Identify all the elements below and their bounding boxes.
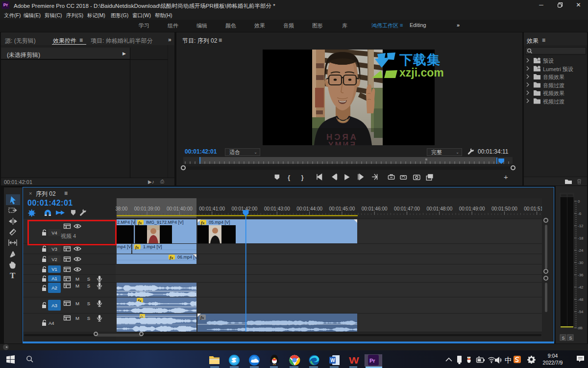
svg-text:1.mp4 [V]: 1.mp4 [V] [143,244,162,249]
svg-text:00:01:44:00: 00:01:44:00 [296,206,322,211]
svg-text:下载集: 下载集 [399,53,441,67]
svg-text:00:01:49:00: 00:01:49:00 [459,206,485,211]
svg-text:预设: 预设 [543,58,554,64]
svg-text:S: S [562,336,565,341]
svg-text:音频效果: 音频效果 [543,74,564,80]
svg-text:}: } [301,174,304,181]
svg-text:M: M [75,301,79,306]
svg-text:fx: fx [200,315,204,320]
svg-text:S: S [569,336,572,341]
svg-text:W: W [330,358,335,363]
svg-text:00:01:45:00: 00:01:45:00 [329,206,355,211]
svg-text:S: S [87,276,90,282]
svg-text:00:01:50:00: 00:01:50:00 [491,206,517,211]
svg-text:Pr: Pr [369,358,375,364]
svg-text:dB: dB [578,326,583,330]
svg-text:V1: V1 [51,266,57,272]
svg-text:{: { [288,174,290,181]
svg-text:视频效果: 视频效果 [543,90,564,96]
svg-text:fx: fx [138,220,142,225]
svg-text:T: T [10,271,16,280]
svg-text:Lumetri 预设: Lumetri 预设 [543,66,573,72]
svg-text:S: S [87,283,90,289]
svg-text:S: S [87,301,90,306]
svg-text:00:01:47:00: 00:01:47:00 [394,206,420,211]
svg-text:音频过渡: 音频过渡 [543,82,564,88]
svg-text:fx: fx [201,220,205,225]
svg-text:-30: -30 [578,261,584,265]
svg-text:00:01:40:00: 00:01:40:00 [167,206,193,211]
svg-text:V3: V3 [51,246,57,252]
svg-text:xzji.com: xzji.com [399,66,444,79]
svg-text:W: W [349,355,359,365]
svg-text:中: 中 [505,356,512,364]
svg-text:00:01:46:00: 00:01:46:00 [362,206,388,211]
svg-text:A3: A3 [51,303,57,308]
svg-text:S: S [87,315,90,321]
svg-text:-48: -48 [578,297,584,302]
svg-text:00:01:38:00: 00:01:38:00 [116,206,128,211]
svg-text:fx: fx [170,255,173,260]
svg-text:A4: A4 [49,320,54,326]
svg-text:00:01:48:00: 00:01:48:00 [426,206,452,211]
svg-text:M: M [75,276,79,282]
svg-text:M: M [75,283,79,289]
svg-text:V2: V2 [51,257,57,262]
svg-text:-42: -42 [578,285,584,289]
svg-text:-36: -36 [578,273,584,277]
svg-text:fx: fx [135,245,139,250]
svg-text:IMG_9172.MP4 [V]: IMG_9172.MP4 [V] [146,220,184,225]
svg-text:00:01:43:00: 00:01:43:00 [264,206,290,211]
svg-text:A2: A2 [51,285,57,290]
svg-text:-24: -24 [578,248,584,253]
svg-text:视频过渡: 视频过渡 [543,99,564,105]
svg-text:-12: -12 [578,224,584,228]
svg-text:2.MP4 [V]: 2.MP4 [V] [117,220,137,225]
svg-text:05.mp4 [V]: 05.mp4 [V] [209,220,230,225]
svg-text:00:01:39:00: 00:01:39:00 [134,206,160,211]
svg-text:-6: -6 [578,211,582,216]
svg-text:00:01:41:00: 00:01:41:00 [199,206,225,211]
svg-text:00:01:51:00: 00:01:51:00 [524,206,542,211]
svg-text:0: 0 [578,199,580,204]
svg-text:A1: A1 [51,276,57,281]
svg-text:-18: -18 [578,236,584,240]
svg-text:M: M [75,315,79,321]
svg-text:mp4 [V]: mp4 [V] [117,244,132,249]
svg-text:-54: -54 [578,310,584,314]
